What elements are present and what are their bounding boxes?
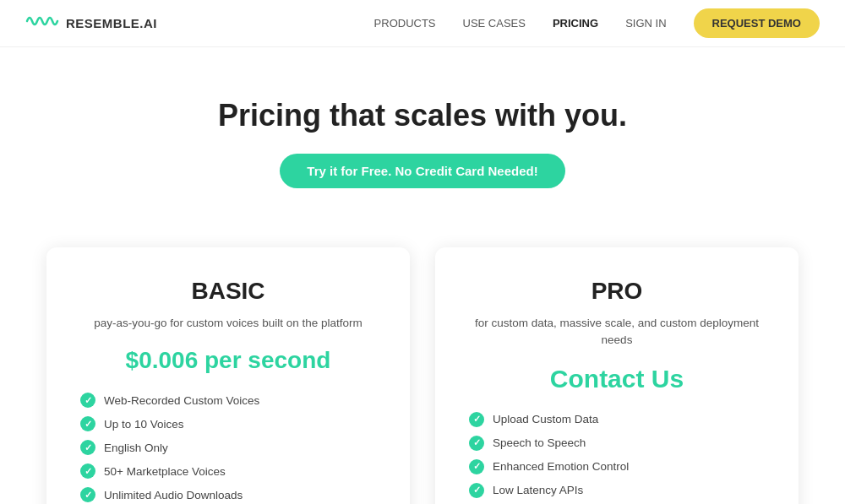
basic-feature-list: ✓ Web-Recorded Custom Voices ✓ Up to 10 …: [80, 393, 376, 504]
free-trial-button[interactable]: Try it for Free. No Credit Card Needed!: [280, 154, 564, 188]
basic-plan-subtitle: pay-as-you-go for custom voices built on…: [80, 315, 376, 332]
list-item: ✓ Enhanced Emotion Control: [469, 459, 765, 474]
basic-plan-title: BASIC: [80, 278, 376, 305]
pro-plan-card: PRO for custom data, massive scale, and …: [435, 247, 799, 504]
hero-section: Pricing that scales with you. Try it for…: [0, 47, 845, 222]
pro-feature-list: ✓ Upload Custom Data ✓ Speech to Speech …: [469, 412, 765, 505]
nav-links: PRODUCTS USE CASES PRICING SIGN IN REQUE…: [374, 8, 820, 38]
check-icon: ✓: [80, 393, 95, 408]
navbar: RESEMBLE.AI PRODUCTS USE CASES PRICING S…: [0, 0, 845, 47]
request-demo-button[interactable]: REQUEST DEMO: [694, 8, 820, 38]
list-item: ✓ Web-Recorded Custom Voices: [80, 393, 376, 408]
list-item: ✓ English Only: [80, 440, 376, 455]
check-icon: ✓: [469, 436, 484, 451]
list-item: ✓ Up to 10 Voices: [80, 416, 376, 431]
check-icon: ✓: [469, 459, 484, 474]
nav-products[interactable]: PRODUCTS: [374, 17, 436, 30]
pro-plan-title: PRO: [469, 278, 765, 305]
list-item: ✓ Speech to Speech: [469, 436, 765, 451]
basic-plan-price: $0.006 per second: [80, 347, 376, 374]
check-icon: ✓: [469, 483, 484, 498]
check-icon: ✓: [469, 412, 484, 427]
pro-plan-subtitle: for custom data, massive scale, and cust…: [469, 315, 765, 350]
check-icon: ✓: [80, 416, 95, 431]
nav-use-cases[interactable]: USE CASES: [463, 17, 526, 30]
list-item: ✓ Unlimited Audio Downloads: [80, 487, 376, 502]
hero-title: Pricing that scales with you.: [17, 98, 828, 133]
list-item: ✓ Upload Custom Data: [469, 412, 765, 427]
check-icon: ✓: [80, 463, 95, 479]
nav-sign-in[interactable]: SIGN IN: [625, 17, 666, 30]
nav-pricing[interactable]: PRICING: [553, 17, 598, 30]
logo: RESEMBLE.AI: [25, 11, 157, 36]
list-item: ✓ 50+ Marketplace Voices: [80, 463, 376, 479]
basic-plan-card: BASIC pay-as-you-go for custom voices bu…: [46, 247, 410, 504]
logo-text: RESEMBLE.AI: [66, 16, 157, 30]
pro-plan-price: Contact Us: [469, 365, 765, 393]
check-icon: ✓: [80, 440, 95, 455]
logo-wave-icon: [25, 11, 59, 36]
list-item: ✓ Low Latency APIs: [469, 483, 765, 498]
check-icon: ✓: [80, 487, 95, 502]
pricing-section: BASIC pay-as-you-go for custom voices bu…: [0, 222, 845, 504]
